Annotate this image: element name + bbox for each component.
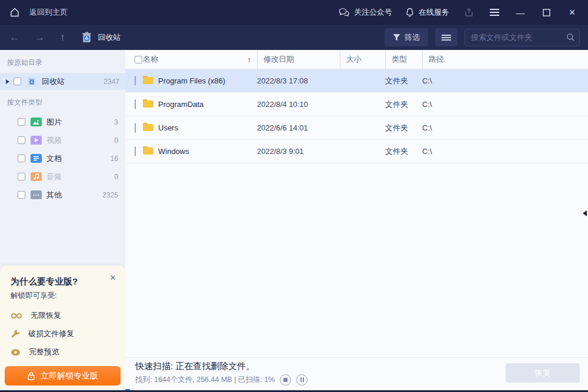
- row-checkbox[interactable]: [135, 76, 136, 86]
- list-view-icon: [442, 35, 451, 41]
- cell-type: 文件夹: [385, 99, 422, 110]
- feature-unlimited-recovery: 无限恢复: [11, 310, 116, 321]
- menu-icon[interactable]: [488, 6, 501, 19]
- row-checkbox[interactable]: [135, 146, 136, 156]
- filter-button[interactable]: 筛选: [385, 28, 428, 46]
- back-button[interactable]: ←: [9, 32, 19, 42]
- home-icon[interactable]: [8, 6, 21, 19]
- forward-button[interactable]: →: [35, 32, 45, 42]
- folder-icon: [143, 146, 153, 155]
- search-input[interactable]: [465, 29, 580, 46]
- table-row[interactable]: Program Files (x86) 2022/8/3 17:08 文件夹 C…: [125, 69, 588, 93]
- images-checkbox[interactable]: [18, 118, 25, 126]
- row-checkbox[interactable]: [135, 99, 136, 109]
- preview-icon: [11, 349, 21, 356]
- expand-icon[interactable]: [6, 79, 9, 84]
- maximize-button[interactable]: [540, 6, 553, 19]
- promo-panel: × 为什么要专业版? 解锁即可享受: 无限恢复 破损文件修复 完整预览 立即解锁…: [0, 266, 125, 392]
- table-row[interactable]: ProgramData 2022/8/4 10:10 文件夹 C:\: [125, 93, 588, 116]
- cell-type: 文件夹: [385, 76, 422, 86]
- item-count: 2347: [103, 78, 119, 86]
- table-row[interactable]: Users 2022/6/6 14:01 文件夹 C:\: [125, 116, 588, 140]
- sidebar-item-label: 图片: [46, 117, 62, 128]
- images-icon: [31, 118, 42, 126]
- lock-icon: [27, 371, 35, 380]
- column-date[interactable]: 修改日期: [257, 50, 340, 69]
- others-checkbox[interactable]: [18, 191, 25, 199]
- stop-icon: [283, 378, 288, 382]
- unlock-pro-button[interactable]: 立即解锁专业版: [5, 366, 121, 386]
- cell-path: C:\: [422, 147, 588, 156]
- videos-checkbox[interactable]: [18, 136, 25, 144]
- recycle-bin-icon: [26, 76, 37, 87]
- cell-date: 2022/8/4 10:10: [257, 100, 340, 109]
- column-name-label: 名称: [143, 54, 158, 65]
- column-type[interactable]: 类型: [385, 50, 422, 69]
- promo-subtitle: 解锁即可享受:: [11, 291, 116, 301]
- item-count: 16: [111, 155, 118, 163]
- cell-type: 文件夹: [385, 123, 422, 133]
- feature-file-repair: 破损文件修复: [11, 329, 116, 339]
- column-name[interactable]: 名称 ↑: [143, 50, 257, 69]
- table-row[interactable]: Windows 2022/8/3 9:01 文件夹 C:\: [125, 140, 588, 163]
- feature-label: 破损文件修复: [28, 329, 74, 339]
- sidebar: 按原始目录 回收站 2347 按文件类型 图片 3 视频 0 文档 16: [0, 50, 125, 392]
- main-panel: 名称 ↑ 修改日期 大小 类型 路径 Program Files (x86) 2…: [125, 50, 588, 392]
- collapse-panel-tab[interactable]: [582, 209, 588, 218]
- select-all-checkbox[interactable]: [135, 56, 142, 63]
- sidebar-item-label: 其他: [46, 190, 62, 200]
- cell-name: ProgramData: [158, 100, 257, 109]
- sidebar-item-images[interactable]: 图片 3: [0, 113, 125, 131]
- feature-label: 无限恢复: [31, 310, 61, 321]
- cell-path: C:\: [422, 123, 588, 132]
- share-icon[interactable]: [462, 6, 475, 19]
- sidebar-item-label: 文档: [46, 153, 62, 164]
- sidebar-item-label: 音频: [46, 172, 62, 182]
- column-type-label: 类型: [392, 54, 407, 65]
- follow-official-button[interactable]: 关注公众号: [339, 7, 392, 18]
- recover-button[interactable]: 恢复: [506, 363, 580, 383]
- search-icon[interactable]: [566, 33, 575, 42]
- column-path-label: 路径: [429, 54, 444, 65]
- pause-button[interactable]: [296, 374, 308, 386]
- promo-close-icon[interactable]: ×: [110, 273, 116, 283]
- sidebar-item-documents[interactable]: 文档 16: [0, 149, 125, 167]
- feature-label: 完整预览: [29, 347, 59, 357]
- sort-asc-icon[interactable]: ↑: [248, 55, 252, 64]
- cell-date: 2022/8/3 9:01: [257, 147, 340, 156]
- view-toggle-button[interactable]: [435, 28, 457, 46]
- back-home-button[interactable]: 返回到主页: [29, 7, 68, 18]
- folder-icon: [143, 99, 153, 108]
- toolbar: ← → ↑ 回收站 筛选: [0, 25, 588, 50]
- infinity-icon: [11, 313, 22, 319]
- row-checkbox[interactable]: [135, 123, 136, 133]
- minimize-button[interactable]: —: [514, 6, 527, 19]
- online-service-button[interactable]: 在线服务: [405, 7, 449, 18]
- recycle-bin-icon: [81, 31, 93, 43]
- close-button[interactable]: ×: [566, 6, 579, 19]
- sidebar-item-recycle-bin[interactable]: 回收站 2347: [0, 73, 125, 90]
- item-count: 3: [114, 118, 118, 126]
- column-path[interactable]: 路径: [422, 50, 588, 69]
- documents-checkbox[interactable]: [18, 155, 25, 162]
- promo-title: 为什么要专业版?: [11, 276, 116, 287]
- titlebar: 返回到主页 关注公众号 在线服务 — ×: [0, 0, 588, 25]
- audio-icon: [31, 172, 42, 181]
- feature-full-preview: 完整预览: [11, 347, 116, 357]
- recycle-checkbox[interactable]: [14, 78, 21, 85]
- chevron-left-icon: [583, 210, 587, 216]
- cell-type: 文件夹: [385, 146, 422, 157]
- column-size[interactable]: 大小: [340, 50, 385, 69]
- chat-bubbles-icon: [339, 8, 350, 17]
- stop-button[interactable]: [280, 374, 291, 386]
- others-icon: [31, 190, 42, 199]
- sidebar-item-others[interactable]: 其他 2325: [0, 186, 125, 204]
- section-label-original-dir: 按原始目录: [0, 50, 125, 73]
- sidebar-item-videos[interactable]: 视频 0: [0, 131, 125, 149]
- status-bar: 快速扫描: 正在查找删除文件。 找到: 1644个文件, 256.44 MB |…: [125, 357, 588, 388]
- sidebar-item-audio[interactable]: 音频 0: [0, 167, 125, 186]
- audio-checkbox[interactable]: [18, 173, 25, 180]
- breadcrumb: 回收站: [81, 31, 121, 43]
- up-button[interactable]: ↑: [60, 32, 65, 42]
- cell-path: C:\: [422, 76, 588, 85]
